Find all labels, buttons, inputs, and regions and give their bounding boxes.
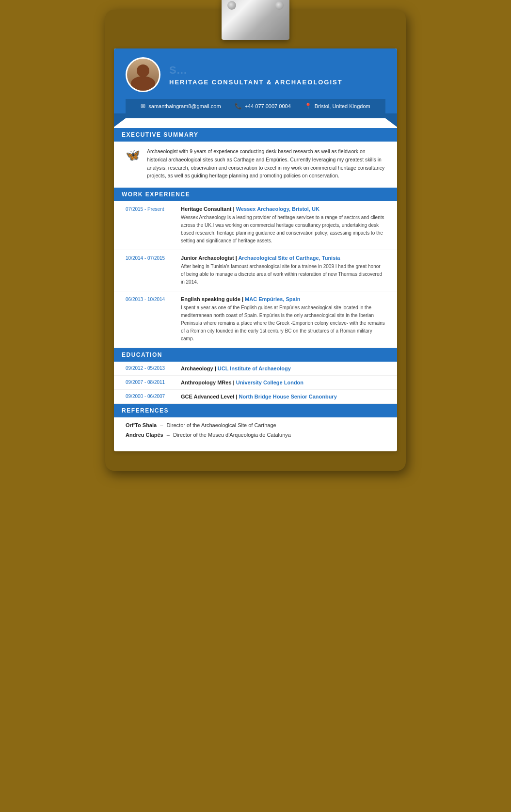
edu-date-1: 09/2012 - 05/2013 xyxy=(126,366,174,371)
references-section: Orf'To Shala – Director of the Archaeolo… xyxy=(114,417,397,451)
header-name-block: S... Heritage Consultant & Archaeologist xyxy=(169,64,343,86)
ribbon-spacer xyxy=(114,118,397,128)
avatar xyxy=(126,57,160,92)
clipboard: S... Heritage Consultant & Archaeologist… xyxy=(105,10,406,471)
work-desc-3: I spent a year as one of the English gui… xyxy=(181,304,385,343)
work-company-3: MAC Empúries, Spain xyxy=(245,296,300,302)
edu-content-1: Archaeology | UCL Institute of Archaeolo… xyxy=(181,366,291,371)
edu-school-1: UCL Institute of Archaeology xyxy=(218,366,291,371)
work-title-2: Junior Archaeologist | Archaeological Si… xyxy=(181,255,385,261)
contact-location: 📍 Bristol, United Kingdom xyxy=(304,103,370,110)
email-icon: ✉ xyxy=(141,103,145,110)
work-role-1: Heritage Consultant xyxy=(181,206,232,212)
phone-text: +44 077 0007 0004 xyxy=(245,103,291,109)
edu-date-2: 09/2007 - 08/2011 xyxy=(126,380,174,385)
ref-item-1: Orf'To Shala – Director of the Archaeolo… xyxy=(126,422,385,428)
edu-item-3: 09/2000 - 06/2007 GCE Advanced Level | N… xyxy=(114,390,397,404)
edu-content-3: GCE Advanced Level | North Bridge House … xyxy=(181,394,337,399)
work-company-2: Archaeological Site of Carthage, Tunisia xyxy=(238,255,340,261)
work-role-2: Junior Archaeologist xyxy=(181,255,234,261)
header-top: S... Heritage Consultant & Archaeologist xyxy=(126,57,385,99)
resume-paper: S... Heritage Consultant & Archaeologist… xyxy=(114,48,397,451)
ref-item-2: Andreu Clapés – Director of the Museu d'… xyxy=(126,432,385,438)
edu-degree-3: GCE Advanced Level xyxy=(181,394,234,399)
work-title-3: English speaking guide | MAC Empúries, S… xyxy=(181,296,385,302)
contact-email: ✉ samanthaingram8@gmail.com xyxy=(141,103,221,110)
work-experience-section: 07/2015 - Present Heritage Consultant | … xyxy=(114,201,397,348)
edu-content-2: Anthropology MRes | University College L… xyxy=(181,380,303,385)
executive-summary-section: 🦋 Archaeologist with 9 years of experien… xyxy=(114,142,397,188)
edu-degree-1: Archaeology xyxy=(181,366,213,371)
phone-icon: 📞 xyxy=(235,103,242,110)
header-contact: ✉ samanthaingram8@gmail.com 📞 +44 077 00… xyxy=(126,99,385,113)
work-desc-1: Wessex Archaeology is a leading provider… xyxy=(181,214,385,245)
ref-dash-2: – xyxy=(167,432,170,438)
ref-dash-1: – xyxy=(160,422,163,428)
work-date-2: 10/2014 - 07/2015 xyxy=(126,255,174,286)
work-title-1: Heritage Consultant | Wessex Archaeology… xyxy=(181,206,385,212)
ribbon-right-flap xyxy=(385,118,397,127)
clipboard-clip xyxy=(222,0,289,45)
ref-role-2: Director of the Museu d'Arqueologia de C… xyxy=(173,432,291,438)
header-title: Heritage Consultant & Archaeologist xyxy=(169,79,343,86)
edu-degree-2: Anthropology MRes xyxy=(181,380,232,385)
work-item-3: 06/2013 - 10/2014 English speaking guide… xyxy=(114,291,397,348)
education-header: Education xyxy=(114,348,397,362)
work-desc-2: After being in Tunisia's famoust archaeo… xyxy=(181,263,385,286)
contact-phone: 📞 +44 077 0007 0004 xyxy=(235,103,291,110)
location-icon: 📍 xyxy=(304,103,312,110)
edu-school-3: North Bridge House Senior Canonbury xyxy=(239,394,336,399)
executive-summary-header: Executive Summary xyxy=(114,128,397,142)
ref-name-2: Andreu Clapés xyxy=(126,432,163,438)
references-header: References xyxy=(114,404,397,417)
ref-name-1: Orf'To Shala xyxy=(126,422,157,428)
email-text: samanthaingram8@gmail.com xyxy=(148,103,221,109)
edu-item-2: 09/2007 - 08/2011 Anthropology MRes | Un… xyxy=(114,376,397,390)
work-experience-header: Work Experience xyxy=(114,188,397,201)
header-ribbon-bar xyxy=(114,113,397,118)
edu-date-3: 09/2000 - 06/2007 xyxy=(126,394,174,399)
ref-role-1: Director of the Archaeological Site of C… xyxy=(166,422,276,428)
resume-header: S... Heritage Consultant & Archaeologist… xyxy=(114,48,397,113)
summary-icon: 🦋 xyxy=(126,148,140,162)
work-company-1: Wessex Archaeology, Bristol, UK xyxy=(236,206,319,212)
location-text: Bristol, United Kingdom xyxy=(315,103,370,109)
work-content-2: Junior Archaeologist | Archaeological Si… xyxy=(181,255,385,286)
work-content-3: English speaking guide | MAC Empúries, S… xyxy=(181,296,385,343)
education-section: 09/2012 - 05/2013 Archaeology | UCL Inst… xyxy=(114,362,397,404)
work-date-3: 06/2013 - 10/2014 xyxy=(126,296,174,343)
work-role-3: English speaking guide xyxy=(181,296,240,302)
work-item-1: 07/2015 - Present Heritage Consultant | … xyxy=(114,201,397,250)
summary-text: Archaeologist with 9 years of experience… xyxy=(147,147,385,180)
header-name: S... xyxy=(169,64,343,77)
work-date-1: 07/2015 - Present xyxy=(126,206,174,245)
resume-body: Executive Summary 🦋 Archaeologist with 9… xyxy=(114,128,397,451)
ribbon-left-flap xyxy=(114,118,126,127)
work-item-2: 10/2014 - 07/2015 Junior Archaeologist |… xyxy=(114,250,397,291)
edu-item-1: 09/2012 - 05/2013 Archaeology | UCL Inst… xyxy=(114,362,397,376)
work-content-1: Heritage Consultant | Wessex Archaeology… xyxy=(181,206,385,245)
edu-school-2: University College London xyxy=(236,380,303,385)
